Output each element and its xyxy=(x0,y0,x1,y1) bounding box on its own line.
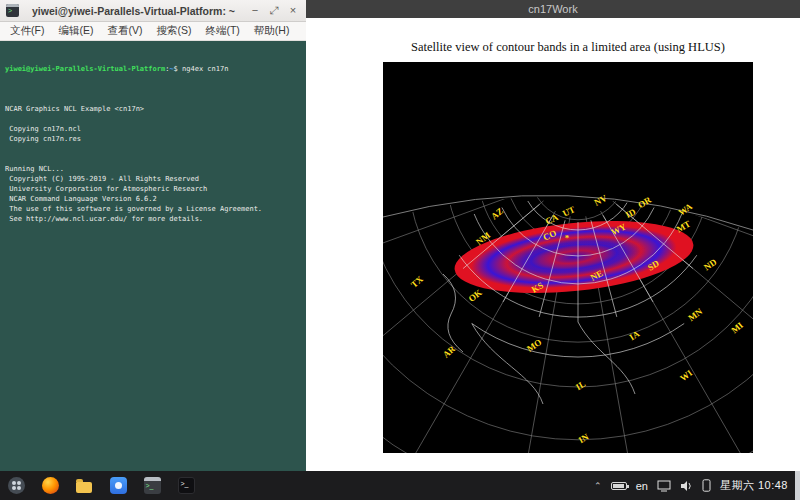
plot-window-titlebar[interactable]: cn17Work xyxy=(306,0,800,18)
software-store-icon[interactable] xyxy=(106,474,130,498)
terminal-output-line: The use of this software is governed by … xyxy=(5,204,301,214)
show-desktop-button[interactable] xyxy=(795,471,800,500)
map-label-*: * xyxy=(565,233,570,243)
menu-file[interactable]: 文件(F) xyxy=(3,24,51,38)
terminal-output-line: Copyright (C) 1995-2019 - All Rights Res… xyxy=(5,174,301,184)
terminal-output-line: NCAR Command Language Version 6.6.2 xyxy=(5,194,301,204)
plot-canvas: Satellite view of contour bands in a lim… xyxy=(306,18,800,471)
terminal-window: yiwei@yiwei-Parallels-Virtual-Platform: … xyxy=(0,0,306,471)
menu-view[interactable]: 查看(V) xyxy=(100,24,149,38)
terminal-output-line: Running NCL... xyxy=(5,164,301,174)
taskbar-launchers xyxy=(4,474,198,498)
menu-edit[interactable]: 编辑(E) xyxy=(51,24,100,38)
prompt-user-host: yiwei@yiwei-Parallels-Virtual-Platform xyxy=(5,65,165,73)
terminal-icon[interactable] xyxy=(140,474,164,498)
terminal-output-line: University Corporation for Atmospheric R… xyxy=(5,184,301,194)
plot-title: Satellite view of contour bands in a lim… xyxy=(383,40,753,55)
terminal-output-line: NCAR Graphics NCL Example <cn17n> xyxy=(5,104,301,114)
terminal-output-line xyxy=(5,94,301,104)
close-button[interactable]: × xyxy=(286,4,300,18)
plot-window-title: cn17Work xyxy=(528,3,577,15)
clock[interactable]: 星期六 10:48 xyxy=(720,478,788,493)
terminal-app-icon xyxy=(6,4,19,17)
menu-terminal[interactable]: 终端(T) xyxy=(198,24,246,38)
menu-help[interactable]: 帮助(H) xyxy=(247,24,297,38)
firefox-icon[interactable] xyxy=(38,474,62,498)
terminal-output-line: Copying cn17n.ncl xyxy=(5,124,301,134)
file-manager-icon[interactable] xyxy=(72,474,96,498)
tray-expand-icon[interactable]: ⌃ xyxy=(594,481,602,491)
plot-window: cn17Work Satellite view of contour bands… xyxy=(306,0,800,471)
terminal-prompt-line: yiwei@yiwei-Parallels-Virtual-Platform:~… xyxy=(5,64,301,74)
terminal-titlebar[interactable]: yiwei@yiwei-Parallels-Virtual-Platform: … xyxy=(0,0,306,22)
terminal-dark-icon[interactable] xyxy=(174,474,198,498)
terminal-output-line xyxy=(5,114,301,124)
terminal-menubar: 文件(F) 编辑(E) 查看(V) 搜索(S) 终端(T) 帮助(H) xyxy=(0,22,306,41)
desktop: yiwei@yiwei-Parallels-Virtual-Platform: … xyxy=(0,0,800,500)
phone-icon[interactable] xyxy=(702,479,711,492)
maximize-button[interactable]: ⤢ xyxy=(267,4,281,18)
terminal-output-line xyxy=(5,154,301,164)
satellite-map: TXOKARKSMONMAZCAUTNVCO*WYNESDNDIDORWAMTM… xyxy=(383,62,753,453)
satellite-map-svg: TXOKARKSMONMAZCAUTNVCO*WYNESDNDIDORWAMTM… xyxy=(383,62,753,453)
terminal-output-line: See http://www.ncl.ucar.edu/ for more de… xyxy=(5,214,301,224)
menu-search[interactable]: 搜索(S) xyxy=(149,24,198,38)
prompt-command: $ ng4ex cn17n xyxy=(174,65,229,73)
system-tray: ⌃ en 星期六 10:48 xyxy=(594,478,800,493)
terminal-output-line xyxy=(5,144,301,154)
terminal-output: NCAR Graphics NCL Example <cn17n> Copyin… xyxy=(5,94,301,224)
battery-icon[interactable] xyxy=(611,482,627,490)
taskbar: ⌃ en 星期六 10:48 xyxy=(0,471,800,500)
terminal-screen[interactable]: yiwei@yiwei-Parallels-Virtual-Platform:~… xyxy=(0,41,306,471)
start-menu-icon[interactable] xyxy=(4,474,28,498)
input-method-indicator[interactable]: en xyxy=(636,480,648,492)
terminal-output-line: Copying cn17n.res xyxy=(5,134,301,144)
terminal-window-title: yiwei@yiwei-Parallels-Virtual-Platform: … xyxy=(24,5,243,17)
volume-icon[interactable] xyxy=(680,480,693,492)
display-icon[interactable] xyxy=(657,480,671,492)
minimize-button[interactable]: − xyxy=(248,4,262,18)
